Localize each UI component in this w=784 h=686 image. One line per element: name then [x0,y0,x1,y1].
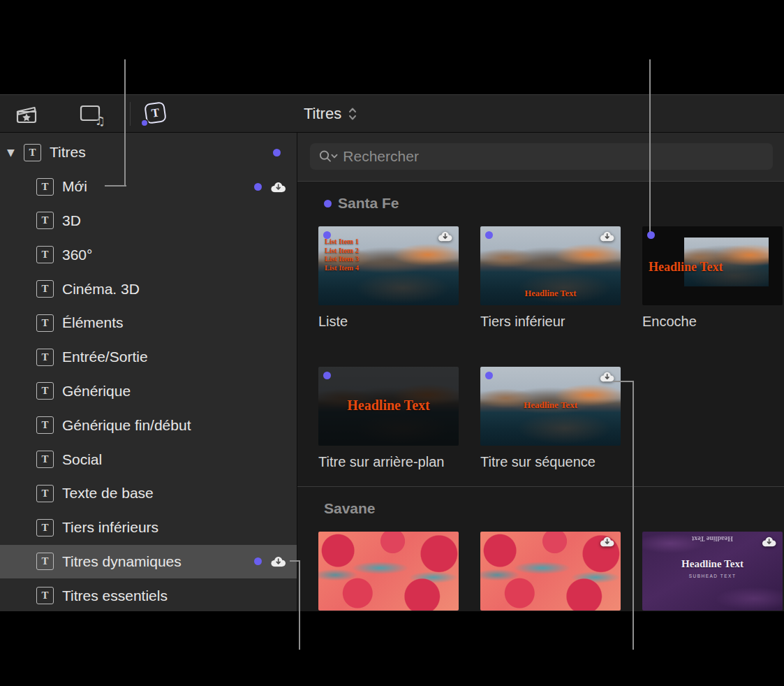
title-item[interactable] [480,532,621,611]
music-note-icon: ♫ [95,114,105,128]
download-status-dot [254,557,262,565]
sidebar-item-3d[interactable]: T3D [0,204,297,238]
callout-line-moi-vertical [124,59,126,187]
thumbnail-preview[interactable]: Headline TextHeadline TextSubhead Text [642,532,783,611]
thumbnail-label: Tiers inférieur [480,313,621,330]
title-item-liste[interactable]: List Item 1List Item 2List Item 3List It… [318,226,459,330]
subhead-text: Subhead Text [642,574,783,578]
cloud-download-icon[interactable] [760,535,778,548]
thumbnail-preview[interactable]: Headline Text [642,226,783,305]
search-input[interactable] [343,148,764,165]
title-category-icon: T [36,246,54,263]
sidebar-item-g-n-rique-fin-d-but[interactable]: TGénérique fin/début [0,408,297,442]
download-status-dot [323,231,331,239]
cloud-download-icon[interactable] [598,535,616,548]
title-category-icon: T [36,553,54,570]
download-status-dot [485,372,493,379]
section-download-dot [324,200,332,207]
headline-text: Headline Text [642,558,783,570]
sidebar-item-social[interactable]: TSocial [0,442,297,476]
thumbnail-preview[interactable] [480,532,621,611]
title-category-icon: T [24,144,41,161]
download-status-dot [140,119,149,127]
search-field[interactable] [310,143,773,170]
sidebar-item-label: Générique fin/début [62,417,191,434]
search-icon [318,149,338,164]
sidebar-item-cin-ma-3d[interactable]: TCinéma. 3D [0,272,297,306]
sidebar-item-titres[interactable]: ▼TTitres [0,136,297,170]
sidebar: ▼TTitresTMớiT3DT360°TCinéma. 3DTÉléments… [0,133,297,611]
title-item-tiers-inf-rieur[interactable]: Headline TextTiers inférieur [480,226,621,330]
thumbnail-grid: Headline TextHeadline TextSubhead Text [318,532,784,611]
title-item[interactable] [318,532,459,611]
media-browser-button[interactable] [11,98,42,129]
clapperboard-star-icon [15,103,38,124]
cloud-download-icon[interactable] [269,180,288,194]
headline-text: Headline Text [649,260,723,275]
photos-audio-browser-button[interactable]: ♫ [75,98,106,129]
sidebar-item-texte-de-base[interactable]: TTexte de base [0,476,297,511]
titles-browser-window: ♫ T Titres ▼TTitresTMớiT3DT360° [0,94,784,611]
thumbnail-label: Titre sur séquence [480,453,621,471]
thumbnail-preview[interactable]: List Item 1List Item 2List Item 3List It… [318,226,459,305]
sidebar-item-label: Titres [50,144,86,161]
browser-body: ▼TTitresTMớiT3DT360°TCinéma. 3DTÉléments… [0,133,784,611]
sidebar-item-m-i[interactable]: TMới [0,170,297,204]
content-area: Santa FeList Item 1List Item 2List Item … [297,133,784,611]
sidebar-item-entr-e-sortie[interactable]: TEntrée/Sortie [0,340,297,374]
section-header: Santa Fe [324,194,784,212]
title-category-icon: T [36,382,54,400]
download-status-dot [647,231,655,239]
section-title: Santa Fe [338,195,399,212]
sidebar-item-label: Social [62,451,102,468]
sidebar-item-titres-dynamiques[interactable]: TTitres dynamiques [0,545,297,579]
sidebar-item-label: Titres essentiels [62,588,168,604]
headline-text: Headline Text [318,397,459,414]
section-header: Savane [324,499,784,518]
browser-toolbar: ♫ T Titres [0,94,784,133]
download-status-dot [254,183,262,191]
chevron-updown-icon [348,105,357,122]
thumbnail-grid: List Item 1List Item 2List Item 3List It… [318,226,784,471]
thumbnail-label: Titre sur arrière-plan [318,453,459,471]
title-item-encoche[interactable]: Headline TextEncoche [642,226,783,330]
title-item-titre-sur-s-quence[interactable]: Headline TextTitre sur séquence [480,367,621,471]
sidebar-item-l-ments[interactable]: TÉléments [0,306,297,340]
titles-generators-browser-button[interactable]: T [139,98,170,129]
title-category-icon: T [36,587,54,604]
thumbnail-preview[interactable]: Headline Text [318,367,459,446]
thumbnail-preview[interactable]: Headline Text [480,226,621,305]
section-title: Savane [324,500,376,517]
sidebar-item-label: 3D [62,212,81,229]
title-category-icon: T [36,314,54,332]
title-category-icon: T [36,451,54,468]
download-status-dot [485,231,493,239]
callout-line-moi-horizontal [105,185,126,187]
title-category-icon: T [36,349,54,366]
thumbnail-preview[interactable] [318,532,459,611]
title-category-icon: T [36,519,54,537]
browser-mode-dropdown[interactable]: Titres [304,95,357,132]
annotated-screenshot: ♫ T Titres ▼TTitresTMớiT3DT360° [0,0,784,686]
dropdown-label: Titres [304,105,341,123]
cloud-download-icon[interactable] [269,555,288,568]
title-item-titre-sur-arri-re-plan[interactable]: Headline TextTitre sur arrière-plan [318,367,459,471]
title-category-icon: T [36,280,54,298]
sidebar-item-label: 360° [62,247,92,263]
sidebar-item-label: Générique [62,383,131,400]
thumbnail-label: Liste [318,313,459,330]
download-status-dot [273,149,281,156]
title-item[interactable]: Headline TextHeadline TextSubhead Text [642,532,783,611]
thumbnail-preview[interactable]: Headline Text [480,367,621,446]
sidebar-item-label: Éléments [62,314,124,331]
callout-line-sequence-horizontal [613,381,634,382]
cloud-download-icon[interactable] [436,230,454,242]
disclosure-triangle-icon[interactable]: ▼ [7,147,24,158]
thumbnail-label: Encoche [642,313,783,330]
callout-line-sequence-vertical [633,381,634,650]
cloud-download-icon[interactable] [598,230,616,242]
sidebar-item-360[interactable]: T360° [0,238,297,272]
sidebar-item-tiers-inf-rieurs[interactable]: TTiers inférieurs [0,511,297,545]
sidebar-item-titres-essentiels[interactable]: TTitres essentiels [0,578,297,611]
sidebar-item-g-n-rique[interactable]: TGénérique [0,374,297,409]
